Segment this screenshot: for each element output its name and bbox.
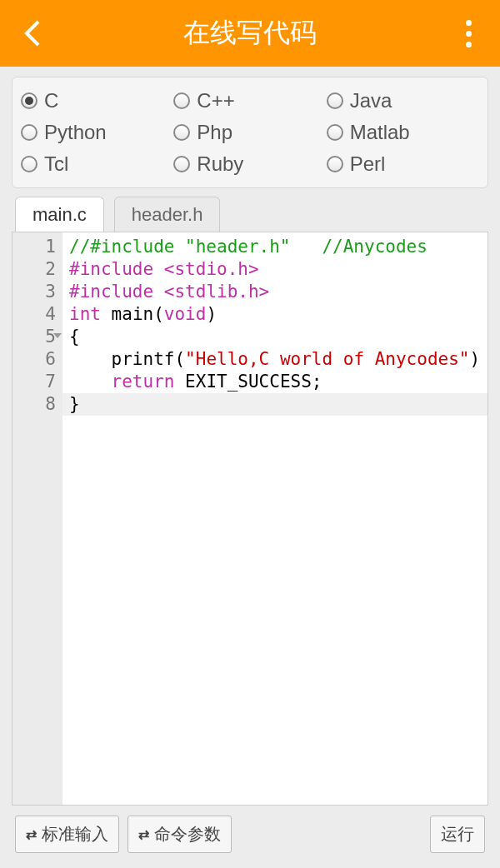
radio-icon bbox=[21, 92, 38, 109]
file-tabs: main.cheader.h bbox=[12, 197, 488, 232]
code-line[interactable]: return EXIT_SUCCESS; bbox=[69, 371, 488, 393]
dots-vertical-icon bbox=[466, 20, 472, 26]
chevron-left-icon bbox=[22, 18, 42, 48]
language-label: Ruby bbox=[197, 152, 243, 176]
line-number: 1 bbox=[16, 236, 56, 258]
radio-icon bbox=[173, 156, 190, 172]
more-menu-button[interactable] bbox=[452, 17, 485, 50]
radio-icon bbox=[173, 124, 190, 141]
code-content[interactable]: //#include "header.h" //Anycodes#include… bbox=[62, 232, 488, 805]
line-number-gutter: 12345678 bbox=[12, 232, 62, 805]
language-option-java[interactable]: Java bbox=[327, 89, 479, 112]
code-line[interactable]: { bbox=[69, 326, 488, 348]
radio-icon bbox=[173, 92, 190, 109]
line-number: 7 bbox=[16, 371, 56, 393]
code-line[interactable]: #include <stdlib.h> bbox=[69, 281, 488, 303]
args-label: 命令参数 bbox=[154, 823, 221, 846]
language-option-php[interactable]: Php bbox=[173, 121, 326, 144]
radio-icon bbox=[21, 124, 38, 141]
language-option-cplusplus[interactable]: C++ bbox=[173, 89, 326, 112]
code-editor[interactable]: 12345678 //#include "header.h" //Anycode… bbox=[12, 232, 488, 806]
code-line[interactable]: printf("Hello,C world of Anycodes") bbox=[69, 348, 488, 371]
language-option-ruby[interactable]: Ruby bbox=[173, 152, 326, 176]
stdin-button[interactable]: ⇄ 标准输入 bbox=[15, 816, 119, 853]
code-line[interactable]: int main(void) bbox=[69, 303, 488, 326]
radio-icon bbox=[327, 92, 343, 109]
transfer-icon: ⇄ bbox=[26, 826, 37, 842]
language-selector-panel: CC++JavaPythonPhpMatlabTclRubyPerl bbox=[12, 77, 488, 188]
code-line[interactable]: #include <stdio.h> bbox=[69, 258, 488, 281]
language-label: Java bbox=[350, 89, 392, 112]
back-button[interactable] bbox=[15, 17, 48, 50]
language-option-python[interactable]: Python bbox=[21, 121, 173, 144]
line-number: 2 bbox=[16, 258, 56, 281]
language-label: Perl bbox=[350, 152, 386, 176]
run-label: 运行 bbox=[441, 823, 474, 846]
file-tab-main-c[interactable]: main.c bbox=[15, 197, 104, 232]
transfer-icon: ⇄ bbox=[138, 826, 149, 842]
language-label: Php bbox=[197, 121, 232, 144]
language-label: C bbox=[44, 89, 58, 112]
radio-icon bbox=[327, 156, 343, 172]
line-number: 4 bbox=[16, 303, 56, 326]
run-button[interactable]: 运行 bbox=[430, 816, 485, 853]
language-label: Tcl bbox=[44, 152, 68, 176]
code-line[interactable]: } bbox=[69, 393, 488, 416]
radio-icon bbox=[327, 124, 343, 141]
file-tab-header-h[interactable]: header.h bbox=[114, 197, 221, 232]
footer-toolbar: ⇄ 标准输入 ⇄ 命令参数 运行 bbox=[0, 806, 500, 868]
line-number: 5 bbox=[16, 326, 56, 348]
stdin-label: 标准输入 bbox=[42, 823, 108, 846]
line-number: 6 bbox=[16, 348, 56, 371]
line-number: 3 bbox=[16, 281, 56, 303]
header-bar: 在线写代码 bbox=[0, 0, 500, 67]
args-button[interactable]: ⇄ 命令参数 bbox=[128, 816, 232, 853]
code-line[interactable]: //#include "header.h" //Anycodes bbox=[69, 236, 488, 258]
language-label: C++ bbox=[197, 89, 234, 112]
language-label: Python bbox=[44, 121, 107, 144]
line-number: 8 bbox=[16, 393, 56, 416]
language-option-matlab[interactable]: Matlab bbox=[327, 121, 479, 144]
fold-marker-icon[interactable] bbox=[53, 333, 62, 338]
radio-icon bbox=[21, 156, 38, 172]
language-option-perl[interactable]: Perl bbox=[327, 152, 479, 176]
language-option-c[interactable]: C bbox=[21, 89, 173, 112]
page-title: 在线写代码 bbox=[183, 15, 317, 52]
language-label: Matlab bbox=[350, 121, 410, 144]
language-option-tcl[interactable]: Tcl bbox=[21, 152, 173, 176]
editor-area: main.cheader.h 12345678 //#include "head… bbox=[12, 197, 488, 806]
